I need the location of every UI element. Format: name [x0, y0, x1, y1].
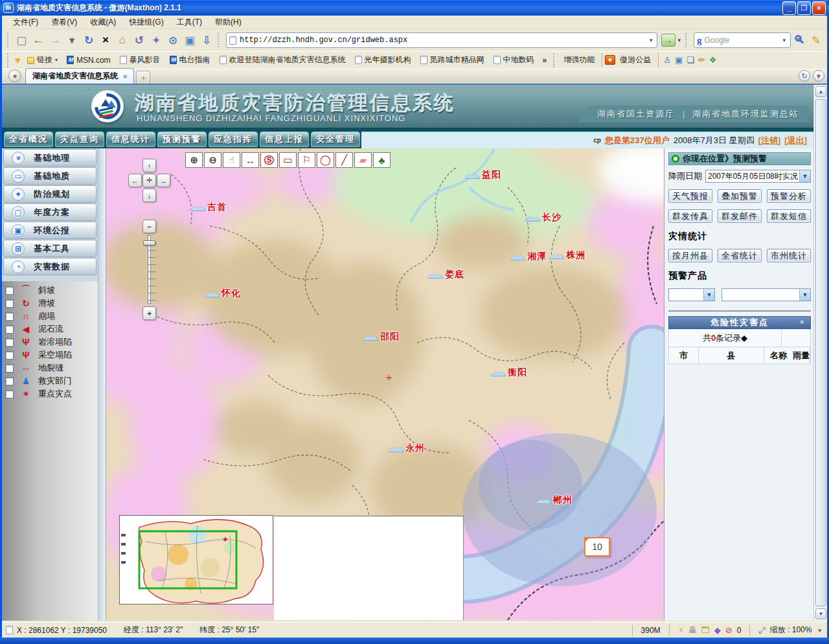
sidebar-section[interactable]: ▣ 环境公报	[3, 222, 97, 239]
zoom-out-tool[interactable]: ⊖	[204, 152, 221, 168]
nav-button[interactable]: 应急指挥	[209, 132, 258, 147]
scrollbar-thumb[interactable]	[815, 99, 826, 606]
close-button[interactable]: ×	[812, 1, 826, 15]
zoom-level[interactable]: 缩放 : 100%	[770, 625, 812, 636]
linksbar-grip[interactable]	[553, 53, 556, 67]
quick-link[interactable]: 中地数码	[489, 53, 539, 67]
tab-menu-button[interactable]: ▾	[813, 70, 824, 82]
notes-icon[interactable]: ❏	[687, 55, 694, 65]
linksbar-grip[interactable]	[7, 53, 10, 67]
title-bar[interactable]: m 湖南省地质灾害信息系统 - 傲游(Maxthon) 2.1.1 _ ❐ ×	[0, 0, 829, 16]
product-type-select[interactable]: ▼	[668, 288, 715, 301]
new-tab-button[interactable]: ＋	[136, 71, 150, 84]
layer-checkbox[interactable]	[5, 299, 14, 308]
messenger-icon[interactable]: ♙	[663, 55, 671, 65]
search-button[interactable]: 🔍︎	[791, 32, 808, 49]
quick-link[interactable]: 欢迎登陆湖南省地质灾害信息系统	[215, 53, 350, 67]
maxthon-charity-icon[interactable]: ♥	[605, 55, 615, 65]
stats-button[interactable]: 全省统计	[718, 249, 762, 262]
new-window-icon[interactable]: 🗔	[701, 625, 710, 635]
vertical-scrollbar[interactable]: ▲ ▼	[813, 85, 827, 621]
zoom-in-tool[interactable]: ⊕	[185, 152, 203, 168]
minimize-button[interactable]: _	[782, 1, 796, 15]
map-canvas[interactable]: ↑ ← ✛ → ↓ − ＋ ⊕⊖☝↔Ⓢ▭⚐◯╱▰♣	[106, 148, 664, 621]
dept-link-1[interactable]: 湖南省国土资源厅	[597, 108, 675, 120]
sidebar-section[interactable]: ▢ 年度方案	[3, 203, 97, 221]
restore-button[interactable]: ❐	[797, 1, 811, 15]
dept-link-2[interactable]: 湖南省地质环境监测总站	[692, 108, 799, 120]
menu-item[interactable]: 文件(F)	[7, 16, 44, 29]
notes-diamond-icon[interactable]: ◆	[714, 625, 721, 635]
menu-item[interactable]: 查看(V)	[45, 16, 83, 29]
chevron-down-icon[interactable]: ▼	[799, 170, 810, 182]
layer-checkbox[interactable]	[5, 286, 14, 295]
scroll-down-icon[interactable]: ▼	[815, 608, 826, 619]
nav-button[interactable]: 全省概况	[4, 132, 53, 147]
quick-link[interactable]: 光年摄影机构	[350, 53, 416, 67]
refresh-button[interactable]: ↻	[80, 32, 97, 49]
skin-icon[interactable]: ❖	[709, 55, 717, 65]
download-button[interactable]: ⇩	[198, 32, 215, 49]
menu-item[interactable]: 收藏(A)	[84, 16, 122, 29]
sidebar-section[interactable]: ⊞ 基本工具	[3, 240, 97, 257]
pan-left-button[interactable]: ←	[128, 174, 142, 187]
menu-item[interactable]: 快捷组(G)	[123, 16, 169, 29]
zoom-out-button[interactable]: −	[142, 220, 156, 233]
select-rect-tool[interactable]: ▭	[279, 152, 297, 168]
zoom-in-button[interactable]: ＋	[142, 306, 156, 320]
popup-blocker-icon[interactable]: ⊘	[725, 625, 732, 635]
search-dropdown-icon[interactable]: ▾	[780, 37, 788, 43]
益阳[interactable]: ☁☁ 益阳	[464, 168, 501, 181]
pan-center-button[interactable]: ✛	[142, 174, 156, 187]
favorites-star-icon[interactable]: ★	[8, 69, 21, 82]
undo-button[interactable]: ↺	[131, 32, 148, 49]
window-icon[interactable]: ▣	[675, 55, 683, 65]
draw-line-tool[interactable]: ╱	[335, 152, 353, 168]
eraser-tool[interactable]: ▰	[354, 152, 372, 168]
chevron-down-icon[interactable]: ▼	[703, 289, 714, 301]
邵阳[interactable]: ☁☁ 邵阳	[362, 330, 400, 343]
reopen-tab-button[interactable]: ↻	[799, 70, 810, 82]
nav-button[interactable]: 信息统计	[106, 132, 155, 147]
new-page-button[interactable]: ▢	[13, 32, 30, 49]
search-box[interactable]: g Google ▾	[694, 32, 791, 48]
layer-checkbox[interactable]	[5, 364, 14, 373]
zoom-handle[interactable]	[143, 240, 155, 246]
rain-date-select[interactable]: 2007年05月05日08时实况 ▼	[705, 170, 811, 183]
scale-tool[interactable]: Ⓢ	[260, 152, 278, 168]
tab-active[interactable]: 湖南省地质灾害信息系统 ×	[25, 68, 134, 84]
stats-button[interactable]: 市州统计	[767, 249, 811, 262]
search-input[interactable]: Google	[705, 36, 781, 45]
forecast-button[interactable]: 叠加预警	[718, 189, 762, 203]
衡阳[interactable]: ☁☁ 衡阳	[490, 365, 527, 379]
measure-tool[interactable]: ↔	[242, 152, 259, 168]
forward-button[interactable]: →	[47, 32, 63, 49]
sidebar-section[interactable]: ◔ 灾害数据	[3, 258, 97, 275]
home-button[interactable]: ⌂	[114, 32, 131, 49]
sidebar-section[interactable]: ▭ 基础地质	[3, 167, 97, 185]
layer-checkbox[interactable]	[5, 377, 14, 385]
danger-points-header[interactable]: 危险性灾害点 «	[668, 316, 811, 329]
quick-link[interactable]: 电台指南	[165, 53, 215, 67]
toolbar-grip[interactable]	[218, 33, 221, 47]
stop-button[interactable]: ×	[97, 32, 114, 49]
logout-link[interactable]: [注销]	[758, 135, 781, 146]
layers-tool[interactable]: ♣	[373, 152, 391, 168]
pan-down-button[interactable]: ↓	[142, 189, 156, 202]
rainfall-flag-marker[interactable]: 10	[584, 537, 610, 557]
broadcast-button[interactable]: 群发短信	[767, 209, 811, 223]
charity-link[interactable]: 傲游公益	[615, 53, 655, 67]
nav-button[interactable]: 预测预警	[157, 132, 207, 147]
scroll-up-icon[interactable]: ▲	[815, 86, 826, 97]
filter-wand-button[interactable]: ✦	[148, 32, 165, 49]
layer-checkbox[interactable]	[5, 312, 14, 321]
吉首[interactable]: ☁☁ 吉首	[189, 200, 227, 214]
broadcast-button[interactable]: 群发传真	[668, 209, 712, 223]
tab-close-icon[interactable]: ×	[123, 73, 127, 80]
go-dropdown-icon[interactable]: ▾	[676, 37, 683, 43]
quick-link[interactable]: MSN.com	[62, 54, 115, 66]
select-circle-tool[interactable]: ◯	[317, 152, 334, 168]
history-clock-button[interactable]: ⊙	[165, 32, 181, 49]
pan-right-button[interactable]: →	[157, 174, 170, 187]
forecast-button[interactable]: 天气预报	[668, 189, 712, 203]
